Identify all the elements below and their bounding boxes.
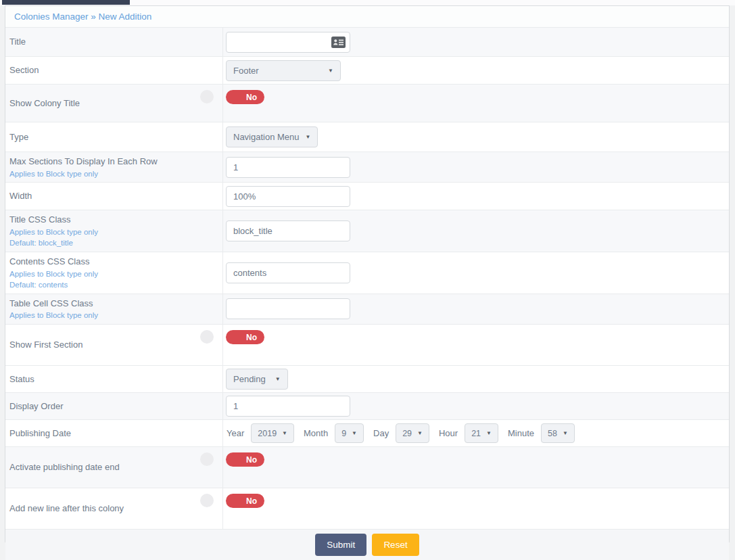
max-sections-input[interactable] [226, 157, 350, 178]
label-text: Status [9, 373, 199, 386]
minute-label: Minute [508, 428, 534, 438]
row-contents-css: Contents CSS Class Applies to Block type… [5, 252, 729, 294]
top-strip [0, 0, 735, 5]
minute-select[interactable]: 58 ▼ [541, 423, 575, 443]
label-status: Status [5, 366, 223, 392]
title-input-wrap [226, 32, 350, 53]
field-note-default: Default: block_title [9, 237, 199, 249]
row-activate-publishing-end: Activate publishing date end No [5, 447, 729, 488]
label-title: Title [5, 28, 223, 56]
label-title-css: Title CSS Class Applies to Block type on… [5, 210, 223, 252]
label-text: Section [9, 64, 199, 77]
dropdown-arrow-icon: ▼ [282, 430, 287, 436]
dropdown-arrow-icon: ▼ [563, 430, 568, 436]
show-first-section-toggle[interactable]: No [226, 330, 264, 344]
show-colony-title-toggle[interactable]: No [226, 90, 264, 104]
breadcrumb[interactable]: Colonies Manager » New Addition [5, 6, 729, 28]
label-text: Show Colony Title [9, 97, 199, 110]
publishing-date-controls: Year 2019 ▼ Month 9 ▼ Day 29 ▼ Hour 21 [226, 423, 575, 443]
month-label: Month [304, 428, 328, 438]
activate-publishing-end-toggle[interactable]: No [226, 452, 264, 467]
dropdown-arrow-icon: ▼ [328, 68, 333, 74]
select-value: 29 [402, 429, 412, 438]
toggle-state-label: No [246, 333, 257, 342]
row-add-new-line: Add new line after this colony No [5, 488, 729, 530]
row-table-cell-css: Table Cell CSS Class Applies to Block ty… [5, 294, 729, 325]
dropdown-arrow-icon: ▼ [275, 376, 281, 382]
toggle-state-label: No [246, 93, 257, 102]
contact-card-icon[interactable] [331, 37, 346, 48]
row-max-sections: Max Sections To Display In Each Row Appl… [5, 152, 729, 183]
title-css-input[interactable] [226, 220, 350, 241]
type-select[interactable]: Navigation Menu ▼ [226, 126, 318, 147]
label-text: Title CSS Class [9, 213, 199, 227]
breadcrumb-text[interactable]: Colonies Manager » New Addition [14, 11, 151, 22]
field-note: Applies to Block type only [9, 168, 199, 180]
contents-css-input[interactable] [226, 262, 350, 283]
loading-bar [2, 0, 130, 5]
label-contents-css: Contents CSS Class Applies to Block type… [5, 252, 223, 294]
toggle-indicator-circle [200, 330, 214, 344]
select-value: Navigation Menu [233, 132, 300, 142]
day-select[interactable]: 29 ▼ [396, 423, 429, 443]
form-actions: Submit Reset [5, 530, 729, 560]
label-show-first-section: Show First Section [5, 325, 223, 365]
row-width: Width [5, 183, 729, 210]
row-show-first-section: Show First Section No [5, 325, 729, 366]
status-select[interactable]: Pending ▼ [226, 369, 288, 390]
dropdown-arrow-icon: ▼ [306, 134, 311, 140]
row-title-css: Title CSS Class Applies to Block type on… [5, 210, 729, 252]
label-text: Max Sections To Display In Each Row [9, 155, 199, 168]
field-note: Applies to Block type only [9, 310, 199, 321]
day-label: Day [373, 428, 389, 438]
month-select[interactable]: 9 ▼ [335, 423, 364, 443]
dropdown-arrow-icon: ▼ [486, 430, 492, 436]
label-display-order: Display Order [5, 393, 223, 419]
hour-label: Hour [439, 428, 458, 438]
add-new-line-toggle[interactable]: No [226, 494, 264, 508]
toggle-indicator-circle [200, 494, 214, 507]
select-value: Footer [233, 66, 259, 76]
label-text: Type [9, 131, 199, 144]
year-select[interactable]: 2019 ▼ [251, 423, 294, 443]
label-text: Publishing Date [9, 427, 199, 440]
reset-button[interactable]: Reset [372, 534, 419, 556]
field-note: Applies to Block type only [9, 227, 199, 238]
label-text: Activate publishing date end [9, 461, 199, 474]
field-note: Applies to Block type only [9, 269, 199, 280]
dropdown-arrow-icon: ▼ [352, 430, 357, 436]
hour-select[interactable]: 21 ▼ [465, 423, 498, 443]
form-panel: Colonies Manager » New Addition Title [5, 5, 730, 541]
display-order-input[interactable] [226, 396, 350, 417]
select-value: 21 [471, 429, 481, 438]
label-text: Table Cell CSS Class [9, 297, 199, 310]
toggle-state-label: No [246, 496, 257, 506]
label-text: Add new line after this colony [9, 502, 199, 515]
select-value: Pending [233, 374, 266, 384]
dropdown-arrow-icon: ▼ [417, 430, 423, 436]
section-select[interactable]: Footer ▼ [226, 60, 341, 81]
select-value: 9 [341, 429, 346, 438]
row-section: Section Footer ▼ [5, 57, 729, 85]
label-text: Title [9, 35, 199, 49]
row-display-order: Display Order [5, 393, 729, 420]
row-title: Title [5, 28, 729, 57]
row-type: Type Navigation Menu ▼ [5, 122, 729, 152]
label-type: Type [5, 122, 223, 151]
label-table-cell-css: Table Cell CSS Class Applies to Block ty… [5, 294, 223, 324]
width-input[interactable] [226, 186, 350, 207]
field-note-default: Default: contents [9, 279, 199, 291]
label-section: Section [5, 57, 223, 84]
label-add-new-line: Add new line after this colony [5, 488, 223, 529]
submit-button[interactable]: Submit [315, 534, 366, 556]
label-text: Contents CSS Class [9, 255, 199, 269]
row-status: Status Pending ▼ [5, 366, 729, 393]
label-max-sections: Max Sections To Display In Each Row Appl… [5, 152, 223, 182]
label-show-colony-title: Show Colony Title [5, 85, 223, 122]
label-text: Display Order [9, 400, 199, 413]
table-cell-css-input[interactable] [226, 298, 350, 319]
toggle-state-label: No [246, 455, 257, 465]
toggle-indicator-circle [200, 452, 214, 466]
select-value: 2019 [258, 429, 277, 438]
toggle-indicator-circle [200, 90, 214, 103]
